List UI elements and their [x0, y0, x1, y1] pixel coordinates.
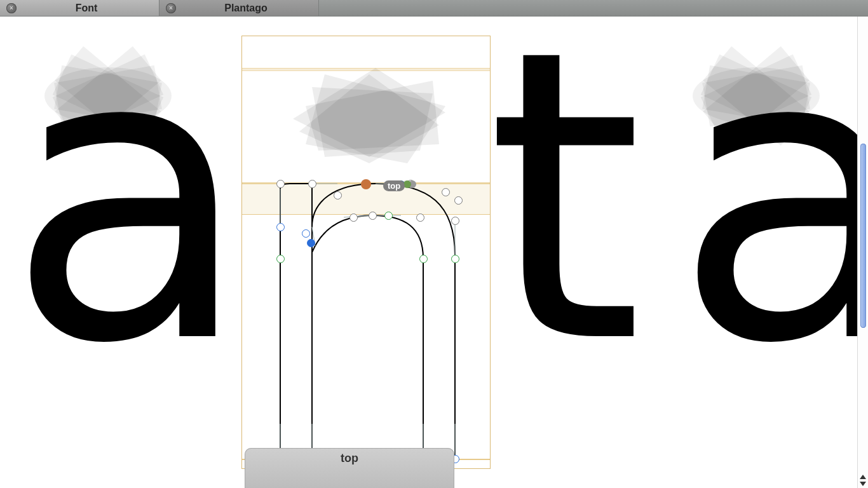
- node-corner[interactable]: [308, 180, 316, 188]
- tab-bar: × Font × Plantago: [0, 0, 868, 17]
- node-smooth[interactable]: [276, 255, 285, 263]
- scroll-up-icon[interactable]: [860, 475, 866, 479]
- node-handle[interactable]: [451, 217, 459, 225]
- node-handle[interactable]: [349, 214, 358, 222]
- glyph-reflection: a: [674, 445, 868, 488]
- glyph-reflection: t: [486, 445, 643, 488]
- tab-label: Plantago: [180, 3, 312, 14]
- anchor-label-text: top: [388, 181, 400, 191]
- node-handle[interactable]: [302, 229, 310, 238]
- node-smooth[interactable]: [384, 212, 393, 220]
- node-handle[interactable]: [454, 196, 463, 205]
- anchor-label-tag[interactable]: top: [383, 180, 405, 191]
- scrollbar-thumb[interactable]: [860, 144, 866, 328]
- node-handle[interactable]: [416, 214, 424, 222]
- neighbour-glyph-right: a: [674, 17, 868, 398]
- anchor-point[interactable]: [361, 179, 371, 189]
- tab-font[interactable]: × Font: [0, 0, 159, 16]
- glyph-reflection: a: [6, 445, 252, 488]
- close-icon[interactable]: ×: [166, 3, 176, 13]
- glyph-edit-canvas[interactable]: a t a a t a: [0, 17, 868, 488]
- node-handle[interactable]: [334, 191, 342, 200]
- vertical-scrollbar[interactable]: [857, 17, 868, 488]
- neighbour-glyph-left: a: [6, 17, 252, 398]
- node-smooth[interactable]: [419, 255, 428, 263]
- node-smooth[interactable]: [451, 255, 459, 263]
- tab-label: Font: [20, 3, 153, 14]
- info-panel: top: [245, 448, 454, 488]
- glyph-edit-cell[interactable]: top: [241, 36, 491, 469]
- node-corner[interactable]: [369, 212, 377, 220]
- info-panel-title: top: [245, 452, 454, 465]
- scroll-down-icon[interactable]: [860, 482, 866, 486]
- close-icon[interactable]: ×: [6, 3, 17, 13]
- node-corner[interactable]: [276, 180, 285, 188]
- node-handle[interactable]: [276, 223, 285, 231]
- node-handle[interactable]: [442, 188, 450, 196]
- tab-plantago[interactable]: × Plantago: [159, 0, 319, 16]
- node-selected[interactable]: [307, 239, 315, 247]
- neighbour-glyph-mid: t: [486, 17, 643, 398]
